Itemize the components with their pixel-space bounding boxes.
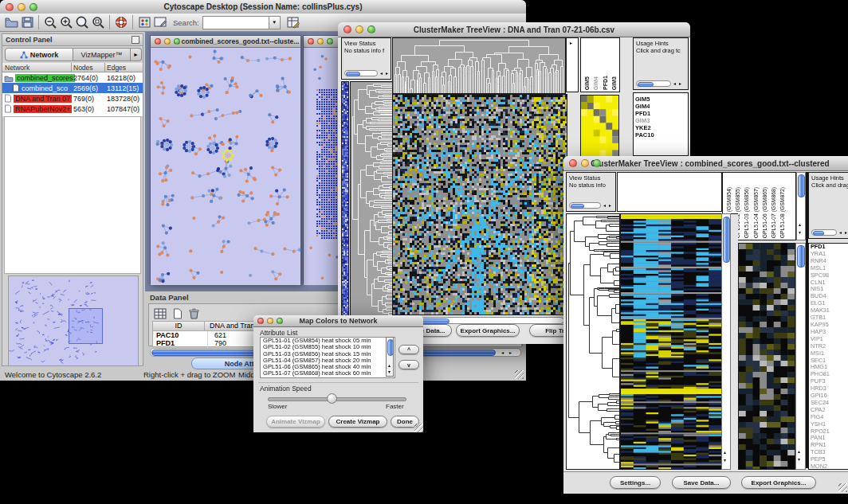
zoom-button[interactable]	[29, 3, 37, 11]
treeview2-titlebar[interactable]: ClusterMaker TreeView : combined_scores_…	[563, 156, 848, 171]
scroll-up-arrow[interactable]: ▴	[798, 449, 800, 455]
heatmap-vscrollbar[interactable]: ▴ ▾	[721, 213, 731, 470]
col-network[interactable]: Network	[5, 64, 29, 72]
gene-label[interactable]: GIM4	[634, 103, 688, 110]
main-titlebar[interactable]: Cytoscape Desktop (Session Name: collins…	[0, 0, 526, 14]
tab-overflow-button[interactable]: ►	[131, 48, 142, 61]
create-vizmap-button[interactable]: Create Vizmap	[328, 416, 387, 428]
new-attribute-icon[interactable]	[170, 306, 186, 321]
column-label[interactable]: GIM3	[610, 76, 618, 90]
scrollbar-thumb[interactable]	[387, 339, 394, 356]
table-browser-icon[interactable]	[285, 15, 301, 30]
column-label[interactable]: GIM5	[583, 76, 591, 90]
scroll-down-arrow[interactable]: ▾	[724, 458, 726, 463]
list-vscrollbar[interactable]: ▴ ▾	[386, 337, 394, 377]
close-button[interactable]	[6, 3, 14, 11]
gene-label[interactable]: PAC10	[634, 131, 688, 139]
gene-label[interactable]: YKE2	[634, 124, 688, 131]
network-row-selected[interactable]: combined_sco 2569(6) 13112(15)	[2, 83, 143, 93]
zoom-fit-icon[interactable]	[74, 15, 90, 30]
scroll-right-arrow[interactable]: ▸	[679, 80, 681, 87]
zoom-button[interactable]	[593, 159, 601, 167]
resize-grip[interactable]	[515, 370, 524, 379]
network-view-canvas[interactable]	[151, 48, 300, 285]
scroll-left-arrow[interactable]: ◂	[839, 229, 842, 236]
close-button[interactable]	[155, 38, 161, 45]
minimize-button[interactable]	[18, 3, 26, 11]
column-label[interactable]: GPL51-06 (GSM865)	[761, 187, 768, 238]
animation-slider-track[interactable]	[268, 397, 406, 401]
plugin-manager-icon[interactable]	[136, 15, 152, 30]
network-view-window[interactable]: combined_scores_good.txt--cluste...	[150, 35, 301, 284]
annotation-icon[interactable]	[152, 15, 168, 30]
scrollbar-thumb[interactable]	[723, 217, 730, 263]
col-edges[interactable]: Edges	[107, 64, 126, 72]
resize-grip[interactable]	[414, 424, 423, 432]
column-label[interactable]: GPL51-04 (GSM857)	[752, 187, 760, 238]
zoom-button[interactable]	[327, 38, 333, 45]
zoom-selected-icon[interactable]	[90, 15, 106, 30]
treeview1-titlebar[interactable]: ClusterMaker TreeView : DNA and Tran 07-…	[338, 22, 690, 37]
close-button[interactable]	[257, 318, 264, 324]
zoom-button[interactable]	[277, 318, 283, 324]
data-col-id[interactable]: ID	[153, 322, 205, 330]
scroll-up-arrow[interactable]: ▴	[724, 450, 726, 455]
scroll-up-arrow[interactable]: ▴	[388, 363, 391, 369]
column-label[interactable]: GPL51-03 (GSM856)	[743, 187, 750, 238]
gene-label[interactable]: GIM5	[634, 96, 688, 103]
column-scroll-strip[interactable]: ▸	[566, 37, 579, 92]
close-button[interactable]	[569, 159, 577, 167]
dialog-titlebar[interactable]: Map Colors to Network	[253, 315, 423, 327]
scroll-right-arrow[interactable]: ▸	[509, 350, 512, 356]
column-dendrogram[interactable]	[392, 37, 566, 94]
row-dendrogram[interactable]	[566, 213, 620, 470]
col-nodes[interactable]: Nodes	[73, 64, 93, 72]
minimize-button[interactable]	[317, 38, 324, 45]
network-view-canvas-back[interactable]	[304, 48, 342, 285]
scroll-left-arrow[interactable]: ◂	[673, 80, 676, 87]
minimize-button[interactable]	[581, 159, 589, 167]
labels-vscrollbar[interactable]: ▴ ▾	[796, 172, 806, 240]
zoom-button[interactable]	[174, 38, 180, 45]
gene-label[interactable]: MON2	[809, 463, 848, 470]
correlation-matrix[interactable]	[580, 95, 619, 158]
zoom-out-icon[interactable]	[42, 15, 58, 30]
gene-label[interactable]: PFD1	[634, 110, 688, 117]
mini-hscrollbar[interactable]	[636, 80, 671, 87]
network-view-window-back[interactable]	[303, 35, 341, 284]
trash-icon[interactable]	[186, 306, 202, 321]
table-grid-icon[interactable]	[152, 306, 168, 321]
minimize-button[interactable]	[267, 318, 273, 324]
global-overview-strip[interactable]	[341, 81, 349, 317]
scrollbar-thumb[interactable]	[797, 245, 805, 268]
export-graphics-button[interactable]: Export Graphics...	[741, 476, 816, 489]
resize-grip[interactable]	[838, 483, 847, 492]
attribute-item[interactable]: GPL51-07 (GSM868) heat shock 60 min	[261, 370, 395, 377]
settings-button[interactable]: Settings...	[610, 476, 661, 489]
tab-network[interactable]: Network	[5, 48, 73, 61]
attribute-listbox[interactable]: GPL51-01 (GSM854) heat shock 05 minGPL51…	[260, 337, 395, 378]
search-dropdown-button[interactable]: ▼	[269, 16, 281, 29]
gene-label[interactable]: GIM3	[634, 117, 688, 124]
mini-hscrollbar[interactable]	[344, 70, 378, 76]
heatmap-main[interactable]	[620, 213, 722, 470]
minimize-button[interactable]	[164, 38, 171, 45]
mini-hscrollbar[interactable]	[811, 229, 837, 236]
network-row-combined-scores[interactable]: combined_scores 2764(0) 16218(0)	[2, 72, 143, 83]
column-label[interactable]: GPL51-07 (GSM868)	[770, 187, 777, 238]
scroll-down-arrow[interactable]: ▾	[799, 230, 801, 236]
column-tree-panel[interactable]	[617, 172, 722, 212]
zoom-button[interactable]	[367, 25, 375, 33]
animate-vizmap-button[interactable]: Animate Vizmap	[266, 416, 325, 428]
scroll-down-arrow[interactable]: ▾	[388, 369, 391, 375]
scroll-right-arrow[interactable]: ▸	[386, 70, 388, 76]
heatmap-main[interactable]	[392, 94, 567, 315]
open-file-icon[interactable]	[3, 15, 19, 30]
move-up-button[interactable]: ^	[398, 345, 419, 354]
scrollbar-thumb[interactable]	[798, 174, 805, 197]
close-button[interactable]	[308, 38, 314, 45]
network-row-dna-tran[interactable]: DNA and Tran 07 769(0) 183728(0)	[2, 93, 143, 104]
scroll-right-arrow[interactable]: ▸	[609, 202, 611, 209]
column-label[interactable]: GPL51-08 (GSM872)	[779, 187, 786, 238]
scroll-down-arrow[interactable]: ▾	[798, 457, 800, 463]
